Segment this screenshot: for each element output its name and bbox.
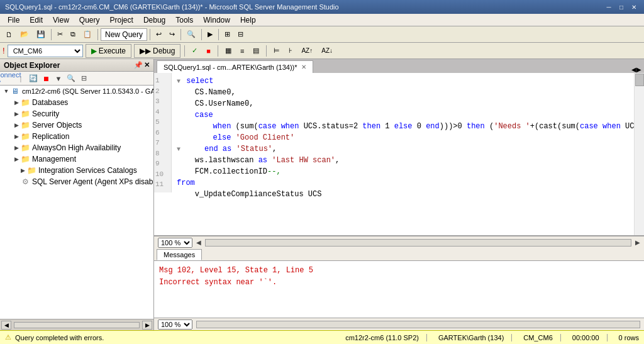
toolbar2: ! CM_CM6 master tempdb ▶ Execute ▶▶ Debu… [0,43,644,59]
code-line-5: when (sum(case when UCS.status=2 then 1 … [177,121,641,132]
oe-connect-label[interactable]: Connect ▼ [3,73,14,84]
oe-scrollbar[interactable] [14,322,140,328]
tb-paste[interactable]: 📋 [80,28,95,42]
tab-scroll-left[interactable]: ◀ [631,66,636,73]
tb-results1[interactable]: ▦ [222,44,235,58]
tb-misc1[interactable]: ⊞ [221,28,233,42]
tree-management[interactable]: ▶ 📁 Management [0,153,153,165]
query-editor[interactable]: 12345 67891011 ▼ select CS.Name0, CS.Use… [154,73,644,236]
execute-button[interactable]: ▶ Execute [86,44,131,58]
tb-undo[interactable]: ↩ [153,28,165,42]
expand-integration[interactable]: ▶ [19,167,26,174]
messages-tab[interactable]: Messages [157,249,202,260]
tb-format1[interactable]: ⊨ [270,44,283,58]
main-area: Object Explorer 📌 ✕ Connect ▼ | 🔄 ⏹ ▼ 🔍 … [0,59,644,330]
menu-tools[interactable]: Tools [170,14,198,26]
tb-redo[interactable]: ↪ [166,28,178,42]
tb-cut[interactable]: ✂ [54,28,66,42]
query-tab[interactable]: SQLQuery1.sql - cm...ARTEK\Garth (134))*… [157,60,313,73]
expand-security[interactable]: ▶ [13,110,20,118]
oe-close-icon[interactable]: ✕ [144,61,150,69]
menu-window[interactable]: Window [198,14,235,26]
results-zoom-selector[interactable]: 100 % [158,319,192,330]
code-line-6: else 'Good Client' [177,132,641,143]
tb-results3[interactable]: ▤ [250,44,262,58]
tb-play[interactable]: ▶ [204,28,216,42]
folder-replication-icon: 📁 [20,131,30,141]
security-label: Security [32,109,59,118]
vscroll-thumb[interactable] [635,74,644,86]
error-line-2: Incorrect syntax near '`'. [159,277,639,289]
menu-help[interactable]: Help [235,14,261,26]
oe-scroll-right[interactable]: ▶ [142,321,152,330]
oe-refresh-icon[interactable]: 🔄 [28,73,39,84]
tree-server-objects[interactable]: ▶ 📁 Server Objects [0,119,153,131]
menu-file[interactable]: File [3,14,25,26]
tree-alwayson[interactable]: ▶ 📁 AlwaysOn High Availability [0,142,153,153]
debug-button[interactable]: ▶▶ Debug [134,44,180,58]
tab-scroll-right[interactable]: ▶ [636,66,641,73]
tree-security[interactable]: ▶ 📁 Security [0,108,153,119]
warning-icon: ⚠ [5,333,11,341]
expand-management[interactable]: ▶ [13,155,20,163]
code-line-4: case [177,109,641,121]
menu-project[interactable]: Project [105,14,138,26]
folder-alwayson-icon: 📁 [20,143,30,153]
tb-misc2[interactable]: ⊟ [235,28,247,42]
minimize-button[interactable]: ─ [604,3,614,11]
editor-scroll-right[interactable]: ▶ [635,239,640,246]
tree-replication[interactable]: ▶ 📁 Replication [0,131,153,142]
oe-collapse-icon[interactable]: ⊟ [78,73,89,84]
oe-stop-icon[interactable]: ⏹ [40,73,52,84]
tb-open[interactable]: 📂 [17,28,32,42]
collapse-1[interactable]: ▼ [177,78,180,85]
tab-close-icon[interactable]: ✕ [301,64,306,70]
window-controls[interactable]: ─ □ ✕ [604,3,639,11]
new-query-button[interactable]: New Query [101,28,147,41]
tb-format2[interactable]: ⊦ [286,44,296,58]
close-button[interactable]: ✕ [629,3,639,11]
results-bottom-bar: 100 % [154,318,644,330]
menu-query[interactable]: Query [74,14,105,26]
tree-agent[interactable]: ⚙ SQL Server Agent (Agent XPs disabled) [0,176,153,187]
tb-new[interactable]: 🗋 [3,28,16,42]
server-objects-label: Server Objects [32,121,82,130]
tree-integration[interactable]: ▶ 📁 Integration Services Catalogs [0,165,153,176]
editor-scroll-left[interactable]: ◀ [196,239,201,246]
menu-edit[interactable]: Edit [25,14,48,26]
expand-databases[interactable]: ▶ [13,99,20,106]
oe-search-icon[interactable]: 🔍 [65,73,77,84]
expand-alwayson[interactable]: ▶ [13,144,20,152]
oe-filter-icon[interactable]: ▼ [53,73,64,84]
menu-debug[interactable]: Debug [138,14,170,26]
tb-copy[interactable]: ⧉ [67,28,79,42]
editor-vscroll[interactable] [634,73,644,235]
maximize-button[interactable]: □ [616,3,626,11]
object-explorer: Object Explorer 📌 ✕ Connect ▼ | 🔄 ⏹ ▼ 🔍 … [0,59,154,330]
tb-save[interactable]: 💾 [33,28,48,42]
expand-agent[interactable] [13,178,20,186]
editor-zoom-selector[interactable]: 100 % 75 % 125 % [158,238,192,248]
tb-results2[interactable]: ≡ [237,44,247,58]
expand-server-objects[interactable]: ▶ [13,121,20,129]
tb-cancel-query[interactable]: ■ [203,44,214,58]
oe-scroll-left[interactable]: ◀ [1,321,11,330]
oe-pin-icon[interactable]: 📌 [134,61,143,69]
expand-server[interactable]: ▼ [3,87,10,95]
expand-replication[interactable]: ▶ [13,133,20,140]
tb-find[interactable]: 🔍 [184,28,199,42]
tree-databases[interactable]: ▶ 📁 Databases [0,97,153,108]
error-line-1: Msg 102, Level 15, State 1, Line 5 [159,265,639,277]
database-selector[interactable]: CM_CM6 master tempdb [8,45,83,57]
menu-view[interactable]: View [48,14,74,26]
tb-az2[interactable]: AZ↓ [318,44,336,58]
tb-az[interactable]: AZ↑ [298,44,316,58]
collapse-7[interactable]: ▼ [177,146,180,153]
replication-label: Replication [32,132,69,141]
status-user: GARTEK\Garth (134) [431,334,512,341]
tree-server[interactable]: ▼ 🖥 cm12r2-cm6 (SQL Server 11.0.5343.0 -… [0,86,153,97]
tb-check[interactable]: ✓ [189,44,201,58]
results-hscroll[interactable] [196,321,640,328]
editor-hscroll[interactable] [205,239,631,247]
editor-bottom-bar: 100 % 75 % 125 % ◀ ▶ [154,236,644,248]
